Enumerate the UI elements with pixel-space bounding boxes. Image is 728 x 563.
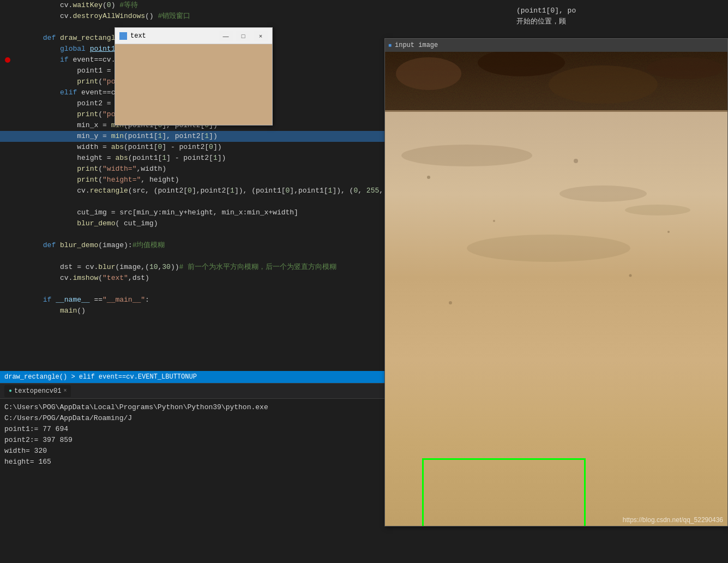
svg-point-9 — [625, 205, 690, 215]
text-window-titlebar: text — □ × — [115, 28, 272, 44]
code-line-2: cv.destroyAllWindows() #销毁窗口 — [0, 11, 387, 22]
svg-point-7 — [559, 185, 647, 202]
svg-point-15 — [667, 231, 670, 233]
terminal-tab-bar: ● textopencv01 × — [0, 384, 387, 399]
code-line-tr2: 开始的位置，顾 — [514, 16, 724, 27]
input-image-titlebar: ■ input image — [385, 39, 727, 52]
code-line-23: def blur_demo(image):#均值模糊 — [0, 240, 387, 251]
text-window: text — □ × — [115, 27, 273, 125]
rock-area — [385, 52, 727, 112]
text-window-title: text — [130, 32, 215, 40]
text-window-minimize-button[interactable]: — — [219, 31, 233, 41]
terminal-line-3: point2:= 397 859 — [4, 435, 383, 446]
breadcrumb-text: draw_rectangle() > elif event==cv.EVENT_… — [4, 373, 197, 381]
input-image-window: ■ input image — [384, 38, 728, 526]
breadcrumb: draw_rectangle() > elif event==cv.EVENT_… — [0, 371, 387, 383]
code-line-29: main() — [0, 306, 387, 316]
sand-area — [385, 112, 727, 526]
terminal-line-1: C:\Users\POG\AppData\Local\Programs\Pyth… — [4, 402, 383, 424]
terminal-close-icon[interactable]: × — [63, 388, 67, 394]
terminal-line-2: point1:= 77 694 — [4, 424, 383, 435]
input-image-icon: ■ — [388, 43, 392, 49]
svg-point-1 — [396, 57, 461, 90]
svg-point-3 — [549, 65, 658, 104]
text-window-body — [115, 44, 272, 125]
svg-point-8 — [467, 235, 630, 262]
gutter-6 — [2, 57, 13, 63]
svg-point-11 — [493, 220, 495, 222]
rock-texture — [385, 52, 727, 112]
code-line-18: cv.rectangle(src, (point2[0],point2[1]),… — [0, 185, 387, 196]
terminal-tab-label: textopencv01 — [14, 387, 61, 395]
text-window-maximize-button[interactable]: □ — [236, 31, 250, 41]
watermark: https://blog.csdn.net/qq_52290436 — [623, 516, 723, 524]
green-selection-rect — [422, 458, 586, 526]
svg-point-12 — [574, 159, 578, 163]
text-window-app-icon — [119, 32, 127, 40]
input-image-title: input image — [395, 41, 438, 49]
input-image-body: https://blog.csdn.net/qq_52290436 — [385, 52, 727, 526]
terminal-icon: ● — [9, 388, 12, 394]
breakpoint-6 — [5, 57, 10, 63]
terminal-panel: ● textopencv01 × C:\Users\POG\AppData\Lo… — [0, 383, 387, 563]
code-line-tr1: (point1[0], po — [514, 5, 724, 16]
terminal-content: C:\Users\POG\AppData\Local\Programs\Pyth… — [0, 399, 387, 471]
svg-point-4 — [647, 57, 723, 79]
svg-point-10 — [427, 176, 430, 179]
svg-point-14 — [449, 301, 452, 304]
terminal-tab[interactable]: ● textopencv01 × — [4, 385, 71, 397]
svg-point-13 — [629, 274, 632, 277]
line-content-29: main() — [13, 295, 86, 327]
terminal-line-4: width= 320 — [4, 446, 383, 457]
svg-point-6 — [401, 145, 532, 166]
top-right-code: (point1[0], po 开始的位置，顾 — [510, 0, 728, 38]
text-window-close-button[interactable]: × — [254, 31, 268, 41]
terminal-line-5: height= 165 — [4, 457, 383, 468]
